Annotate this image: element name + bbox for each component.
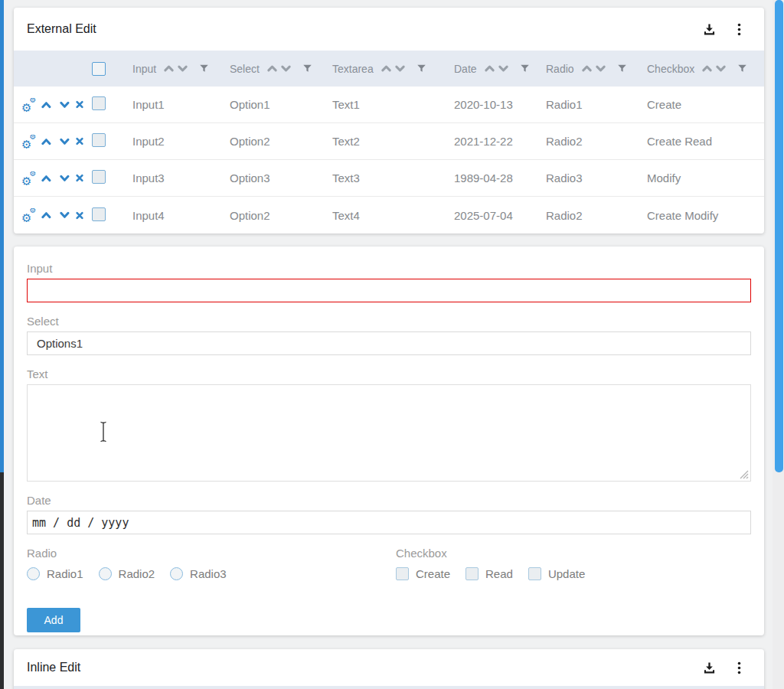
date-field[interactable]: mm / dd / yyyy bbox=[27, 511, 751, 534]
checkbox-option: Read bbox=[466, 567, 513, 580]
select-value: Options1 bbox=[37, 337, 83, 350]
select-field[interactable]: Options1 bbox=[27, 331, 751, 355]
move-down-icon[interactable] bbox=[59, 172, 70, 184]
input-field[interactable] bbox=[27, 279, 751, 302]
move-up-icon[interactable] bbox=[41, 172, 52, 184]
vertical-scrollbar[interactable] bbox=[773, 0, 784, 689]
delete-x-icon[interactable] bbox=[75, 136, 84, 146]
column-header-textarea: Textarea bbox=[325, 63, 446, 75]
sort-desc-icon[interactable] bbox=[498, 63, 509, 74]
cell-checkbox: Create Read bbox=[639, 135, 764, 148]
table-header-row: Input Select Textarea Date Radio bbox=[14, 51, 764, 87]
sort-asc-icon[interactable] bbox=[266, 63, 278, 74]
settings-gears-icon[interactable]: ⚙⚙ bbox=[21, 208, 36, 222]
column-label[interactable]: Textarea bbox=[332, 63, 374, 75]
column-label[interactable]: Checkbox bbox=[647, 63, 694, 75]
menu-button[interactable] bbox=[736, 21, 743, 38]
filter-icon[interactable] bbox=[737, 64, 747, 73]
settings-gears-icon[interactable]: ⚙⚙ bbox=[21, 171, 36, 185]
move-up-icon[interactable] bbox=[41, 136, 52, 148]
cell-checkbox: Create Modify bbox=[639, 209, 764, 222]
filter-icon[interactable] bbox=[416, 64, 426, 73]
radio-option: Radio2 bbox=[99, 567, 155, 580]
settings-gears-icon[interactable]: ⚙⚙ bbox=[21, 98, 36, 112]
cell-checkbox: Create bbox=[639, 98, 764, 111]
cell-input: Input2 bbox=[125, 135, 222, 148]
filter-icon[interactable] bbox=[617, 64, 627, 73]
checkbox-group-label: Checkbox bbox=[396, 547, 751, 560]
move-up-icon[interactable] bbox=[41, 99, 52, 111]
checkbox-option-label: Read bbox=[485, 567, 513, 580]
column-label[interactable]: Input bbox=[132, 63, 156, 75]
move-down-icon[interactable] bbox=[59, 99, 70, 111]
filter-icon[interactable] bbox=[520, 64, 530, 73]
column-label[interactable]: Date bbox=[454, 63, 477, 75]
move-down-icon[interactable] bbox=[59, 209, 70, 221]
sort-desc-icon[interactable] bbox=[177, 63, 188, 74]
radio-group: Radio Radio1 Radio2 Radio3 bbox=[27, 534, 396, 583]
sort-desc-icon[interactable] bbox=[595, 63, 606, 74]
resize-handle-icon[interactable] bbox=[740, 470, 749, 479]
download-icon bbox=[703, 23, 716, 36]
checkbox-box[interactable] bbox=[528, 567, 541, 580]
row-actions: ⚙⚙ bbox=[14, 208, 84, 222]
cell-input: Input1 bbox=[125, 98, 222, 111]
delete-x-icon[interactable] bbox=[75, 100, 84, 109]
menu-button[interactable] bbox=[736, 660, 743, 676]
kebab-menu-icon bbox=[737, 23, 741, 36]
date-placeholder: mm / dd / yyyy bbox=[32, 516, 129, 530]
sort-asc-icon[interactable] bbox=[701, 63, 713, 74]
column-label[interactable]: Select bbox=[230, 63, 260, 75]
cell-radio: Radio2 bbox=[538, 209, 639, 222]
radio-button[interactable] bbox=[27, 567, 40, 580]
cell-select: Option3 bbox=[222, 171, 325, 184]
checkbox-box[interactable] bbox=[396, 567, 409, 580]
checkbox-group: Checkbox Create Read Update bbox=[396, 534, 751, 583]
select-all-checkbox[interactable] bbox=[92, 62, 106, 76]
card-header: External Edit bbox=[14, 8, 764, 51]
table-row: ⚙⚙ Input2 Option2 Text2 2021-12-22 Radio… bbox=[14, 123, 764, 160]
date-label: Date bbox=[27, 494, 751, 507]
cell-input: Input3 bbox=[125, 171, 222, 184]
sort-desc-icon[interactable] bbox=[715, 63, 727, 74]
card-title: Inline Edit bbox=[27, 661, 701, 674]
move-up-icon[interactable] bbox=[41, 209, 52, 221]
add-button[interactable]: Add bbox=[27, 608, 80, 632]
row-checkbox-cell bbox=[84, 170, 125, 186]
filter-icon[interactable] bbox=[302, 64, 312, 73]
cell-radio: Radio1 bbox=[538, 98, 639, 111]
table-row: ⚙⚙ Input4 Option2 Text4 2025-07-04 Radio… bbox=[14, 197, 764, 233]
checkbox-box[interactable] bbox=[466, 567, 479, 580]
scrollbar-thumb[interactable] bbox=[775, 0, 783, 472]
cell-date: 1989-04-28 bbox=[446, 171, 538, 184]
card-add-form: Input Select Options1 Text Date mm / dd … bbox=[14, 247, 764, 635]
download-button[interactable] bbox=[701, 660, 717, 676]
radio-button[interactable] bbox=[170, 567, 183, 580]
move-down-icon[interactable] bbox=[59, 136, 70, 148]
row-actions: ⚙⚙ bbox=[14, 171, 84, 185]
download-button[interactable] bbox=[701, 21, 717, 38]
radio-group-label: Radio bbox=[27, 547, 396, 560]
table-row: ⚙⚙ Input1 Option1 Text1 2020-10-13 Radio… bbox=[14, 87, 764, 123]
row-actions: ⚙⚙ bbox=[14, 135, 84, 149]
column-header-input: Input bbox=[125, 63, 222, 75]
sort-asc-icon[interactable] bbox=[381, 63, 392, 74]
textarea-field[interactable] bbox=[27, 384, 751, 482]
row-checkbox[interactable] bbox=[92, 133, 106, 147]
row-checkbox[interactable] bbox=[92, 170, 106, 184]
delete-x-icon[interactable] bbox=[75, 173, 84, 183]
column-label[interactable]: Radio bbox=[546, 63, 574, 75]
sort-asc-icon[interactable] bbox=[163, 63, 175, 74]
sort-asc-icon[interactable] bbox=[484, 63, 495, 74]
row-checkbox[interactable] bbox=[92, 96, 106, 110]
radio-button[interactable] bbox=[99, 567, 112, 580]
filter-icon[interactable] bbox=[199, 64, 209, 73]
delete-x-icon[interactable] bbox=[75, 211, 84, 220]
sort-desc-icon[interactable] bbox=[394, 63, 406, 74]
radio-option-label: Radio1 bbox=[47, 567, 83, 580]
sort-desc-icon[interactable] bbox=[280, 63, 292, 74]
cell-date: 2021-12-22 bbox=[446, 135, 538, 148]
row-checkbox[interactable] bbox=[92, 207, 106, 221]
sort-asc-icon[interactable] bbox=[581, 63, 593, 74]
settings-gears-icon[interactable]: ⚙⚙ bbox=[21, 135, 36, 149]
